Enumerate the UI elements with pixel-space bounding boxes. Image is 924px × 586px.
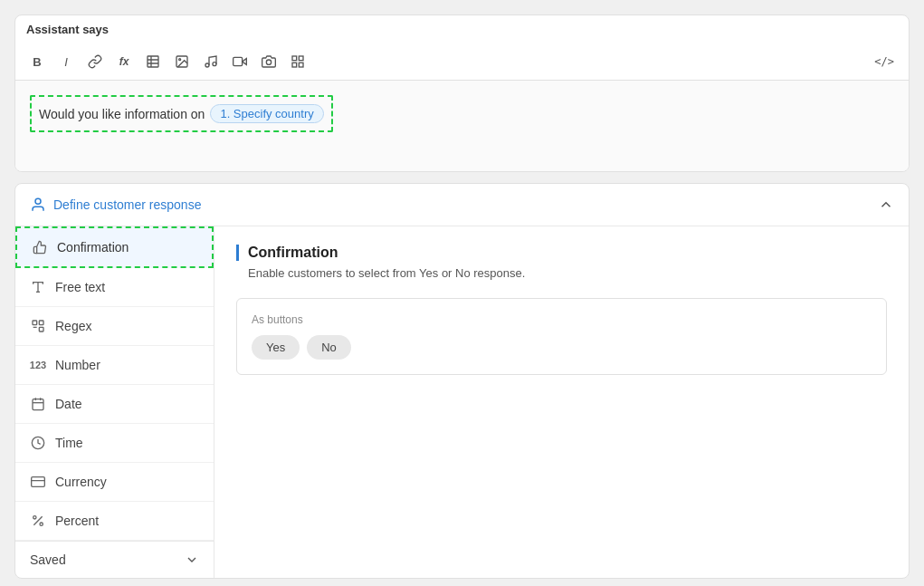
content-title: Confirmation: [236, 245, 887, 261]
svg-rect-26: [32, 477, 45, 487]
thumb-icon: [32, 239, 48, 255]
svg-point-15: [35, 198, 41, 204]
percent-icon: [30, 513, 46, 529]
response-header[interactable]: Define customer response: [15, 184, 909, 226]
svg-rect-20: [39, 327, 43, 331]
saved-section[interactable]: Saved: [15, 541, 214, 578]
italic-button[interactable]: I: [53, 49, 79, 74]
fx-button[interactable]: fx: [111, 49, 137, 74]
menu-item-free-text-label: Free text: [55, 280, 105, 294]
menu-item-time-label: Time: [55, 436, 83, 450]
camera-button[interactable]: [256, 49, 281, 74]
user-icon: [30, 197, 46, 213]
camera-icon: [262, 54, 276, 69]
svg-point-10: [266, 60, 271, 64]
svg-rect-11: [292, 56, 297, 61]
editor-card: Assistant says B I fx: [14, 14, 910, 172]
menu-item-percent[interactable]: Percent: [15, 502, 214, 541]
image-icon: [175, 54, 189, 69]
menu-item-currency[interactable]: Currency: [15, 463, 214, 502]
menu-item-number-label: Number: [55, 358, 100, 372]
table-button[interactable]: [140, 49, 166, 74]
text-icon: [30, 279, 46, 295]
toolbar: B I fx: [15, 43, 909, 81]
svg-point-29: [33, 516, 36, 519]
code-button[interactable]: </>: [869, 52, 900, 72]
currency-icon: [30, 474, 46, 490]
audio-button[interactable]: [198, 49, 224, 74]
response-card: Define customer response Confirmation Fr…: [14, 183, 910, 579]
editor-text-area[interactable]: Would you like information on 1. Specify…: [30, 95, 333, 132]
bold-button[interactable]: B: [24, 49, 50, 74]
svg-line-28: [33, 516, 42, 524]
link-button[interactable]: [82, 49, 108, 74]
svg-point-5: [179, 59, 181, 61]
number-icon: 123: [30, 357, 46, 373]
preview-box: As buttons Yes No: [236, 298, 887, 375]
image-button[interactable]: [169, 49, 195, 74]
svg-point-30: [40, 523, 43, 525]
video-icon: [233, 54, 247, 69]
svg-rect-21: [33, 399, 43, 410]
menu-item-time[interactable]: Time: [15, 424, 214, 463]
svg-point-7: [213, 62, 216, 66]
chevron-down-icon: [185, 552, 199, 567]
svg-rect-18: [33, 321, 37, 325]
assistant-says-label: Assistant says: [15, 15, 909, 43]
saved-label: Saved: [30, 552, 66, 567]
grid-icon: [291, 54, 305, 69]
menu-item-confirmation-label: Confirmation: [57, 240, 129, 255]
date-icon: [30, 396, 46, 412]
menu-item-date[interactable]: Date: [15, 385, 214, 424]
grid-button[interactable]: [285, 49, 310, 74]
menu-item-regex-label: Regex: [55, 319, 91, 333]
response-body: Confirmation Free text Regex 1: [15, 226, 909, 578]
table-icon: [146, 54, 160, 69]
editor-content: Would you like information on 1. Specify…: [15, 81, 909, 171]
main-container: Assistant says B I fx: [0, 0, 924, 586]
svg-rect-12: [299, 56, 303, 61]
yes-button[interactable]: Yes: [252, 335, 300, 360]
svg-rect-19: [39, 321, 43, 325]
menu-item-percent-label: Percent: [55, 514, 99, 528]
svg-rect-13: [299, 62, 303, 67]
menu-item-number[interactable]: 123 Number: [15, 346, 214, 385]
preview-label: As buttons: [252, 313, 872, 326]
menu-item-confirmation[interactable]: Confirmation: [15, 226, 214, 268]
response-menu: Confirmation Free text Regex 1: [15, 226, 214, 578]
time-icon: [30, 435, 46, 451]
chevron-up-icon: [878, 197, 894, 213]
variable-pill[interactable]: 1. Specify country: [210, 104, 323, 123]
editor-text: Would you like information on: [39, 107, 205, 121]
video-button[interactable]: [227, 49, 252, 74]
button-row: Yes No: [252, 335, 872, 360]
content-description: Enable customers to select from Yes or N…: [236, 266, 887, 280]
menu-item-regex[interactable]: Regex: [15, 307, 214, 346]
svg-rect-0: [148, 56, 158, 67]
menu-item-currency-label: Currency: [55, 475, 107, 489]
svg-rect-9: [233, 57, 243, 65]
define-response-label: Define customer response: [53, 197, 201, 212]
svg-point-6: [205, 63, 209, 67]
audio-icon: [204, 54, 218, 69]
svg-marker-8: [243, 59, 247, 65]
response-header-left: Define customer response: [30, 197, 201, 213]
menu-item-date-label: Date: [55, 397, 82, 411]
no-button[interactable]: No: [307, 335, 351, 360]
menu-item-free-text[interactable]: Free text: [15, 268, 214, 307]
response-content: Confirmation Enable customers to select …: [214, 226, 909, 578]
link-icon: [88, 54, 102, 69]
svg-rect-14: [292, 62, 297, 67]
regex-icon: [30, 318, 46, 334]
